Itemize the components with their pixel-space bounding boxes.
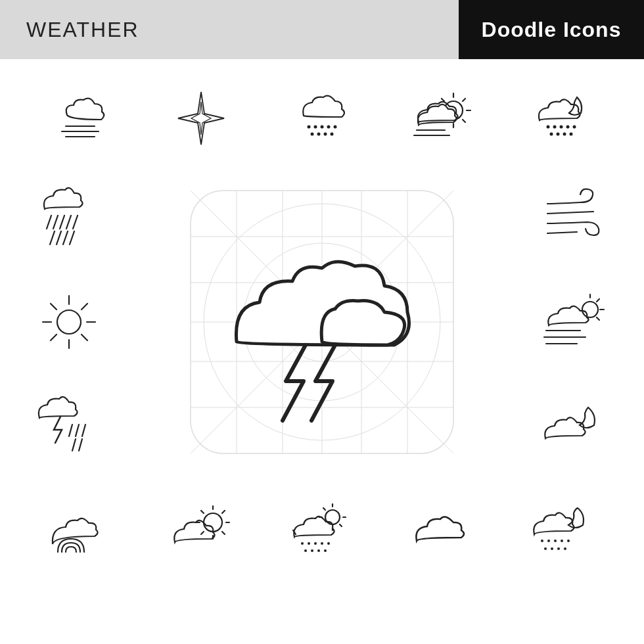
svg-point-112 [561,540,563,542]
night-cloud-icon [529,381,621,473]
svg-line-38 [73,216,78,229]
star-icon [155,72,247,164]
svg-point-25 [546,125,549,128]
svg-point-28 [566,125,569,128]
svg-point-101 [308,542,310,545]
snow-cloud-icon [276,72,368,164]
rain-cloud-sun-icon [276,486,368,578]
svg-line-39 [50,231,55,244]
rain-cloud-small-icon [23,171,115,263]
main-content [0,59,644,591]
svg-line-21 [463,99,465,101]
svg-point-27 [559,125,563,128]
svg-line-37 [66,216,71,229]
header: WEATHER Doodle Icons [0,0,644,59]
wind-icon [529,171,621,263]
sun-small-icon [23,276,115,368]
svg-line-48 [51,304,57,310]
svg-line-78 [597,299,599,302]
middle-section [20,171,624,473]
night-rain-cloud-icon [518,486,610,578]
svg-line-49 [81,334,87,340]
svg-point-26 [553,125,556,128]
plain-cloud-icon [397,486,489,578]
bottom-icon-row [20,486,624,578]
fog-cloud-icon [34,72,126,164]
svg-marker-3 [178,92,224,145]
svg-point-109 [541,540,543,542]
svg-point-114 [544,547,547,550]
svg-line-19 [442,99,444,101]
svg-line-50 [81,304,87,310]
svg-point-106 [311,549,313,552]
sun-cloud-bottom-icon [155,486,247,578]
svg-line-42 [70,231,74,244]
svg-point-33 [569,132,572,135]
svg-line-74 [547,232,577,233]
svg-point-5 [308,125,311,128]
svg-point-108 [324,549,327,552]
svg-line-34 [47,216,51,229]
svg-point-75 [582,302,598,317]
thunder-rain-cloud-small-icon [23,381,115,473]
svg-point-111 [554,540,557,542]
svg-point-12 [324,132,327,135]
svg-line-97 [323,508,325,510]
svg-point-104 [327,542,330,545]
svg-line-41 [63,231,68,244]
svg-point-32 [563,132,566,135]
svg-point-43 [57,310,81,334]
svg-point-107 [317,549,320,552]
svg-point-13 [331,132,334,135]
svg-point-115 [551,547,553,550]
svg-line-91 [201,532,204,534]
middle-left-icons [20,171,118,473]
svg-point-6 [314,125,317,128]
svg-point-102 [314,542,317,545]
svg-point-100 [301,542,304,545]
svg-line-54 [82,425,85,436]
svg-point-7 [321,125,324,128]
sun-cloud-wind-icon [529,276,621,368]
svg-line-51 [51,334,57,340]
svg-point-29 [572,125,576,128]
svg-point-30 [549,132,553,135]
svg-marker-4 [191,102,211,135]
svg-line-53 [76,425,79,436]
rainbow-cloud-icon [34,486,126,578]
svg-point-10 [311,132,314,135]
night-cloud-rain-icon [518,72,610,164]
svg-point-31 [556,132,559,135]
svg-line-35 [53,216,58,229]
header-right: Doodle Icons [459,0,644,59]
middle-right-icons [526,171,624,473]
svg-point-117 [564,547,566,550]
page-title: WEATHER [26,18,139,42]
brand-title: Doodle Icons [482,18,622,42]
svg-point-110 [547,540,550,542]
svg-point-11 [317,132,321,135]
header-left: WEATHER [0,0,459,59]
svg-line-90 [222,511,225,513]
svg-line-73 [547,212,593,214]
svg-point-105 [304,549,307,552]
svg-point-103 [321,542,323,545]
svg-line-36 [60,216,64,229]
svg-point-116 [557,547,560,550]
svg-line-20 [463,120,465,122]
sun-cloud-icon [397,72,489,164]
svg-line-56 [79,439,82,451]
svg-line-79 [597,317,599,320]
svg-line-89 [222,532,225,534]
top-icon-row [20,72,624,164]
svg-point-9 [334,125,337,128]
svg-point-113 [567,540,570,542]
svg-line-98 [340,524,342,526]
featured-thunder-icon [184,184,460,460]
svg-line-40 [57,231,61,244]
svg-line-88 [201,511,204,513]
svg-point-8 [327,125,331,128]
svg-line-52 [69,425,72,436]
svg-line-55 [72,439,76,451]
